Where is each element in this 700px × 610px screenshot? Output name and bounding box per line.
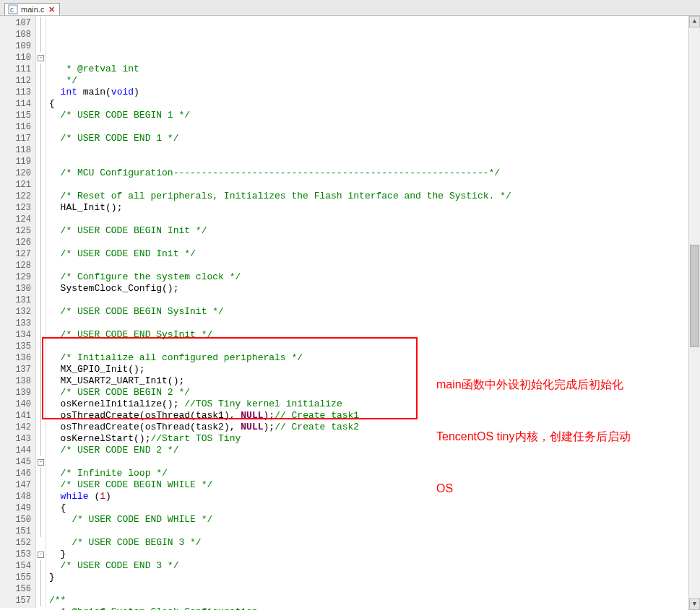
vertical-scrollbar[interactable]: ▲ ▼ bbox=[688, 16, 700, 610]
fold-marker[interactable] bbox=[36, 295, 46, 306]
fold-marker[interactable]: - bbox=[36, 456, 46, 468]
scrollbar-track[interactable] bbox=[689, 27, 700, 598]
fold-marker[interactable] bbox=[36, 248, 46, 260]
code-line[interactable]: /* USER CODE BEGIN Init */ bbox=[49, 225, 697, 237]
fold-marker[interactable] bbox=[36, 64, 46, 75]
code-line[interactable]: * @brief System Clock Configuration bbox=[49, 606, 697, 610]
scrollbar-thumb[interactable] bbox=[690, 245, 699, 347]
line-number: 135 bbox=[0, 341, 31, 352]
fold-marker[interactable] bbox=[36, 410, 46, 422]
fold-marker[interactable] bbox=[36, 191, 46, 202]
fold-marker[interactable] bbox=[36, 271, 46, 283]
code-line[interactable]: { bbox=[49, 98, 697, 110]
c-file-icon: c bbox=[8, 4, 18, 14]
fold-marker[interactable] bbox=[36, 179, 46, 191]
code-line[interactable] bbox=[49, 144, 697, 156]
fold-marker[interactable] bbox=[36, 75, 46, 87]
fold-marker[interactable] bbox=[36, 133, 46, 144]
code-line[interactable]: /* Configure the system clock */ bbox=[49, 271, 697, 283]
code-line[interactable] bbox=[49, 121, 697, 133]
fold-marker[interactable] bbox=[36, 398, 46, 410]
fold-marker[interactable] bbox=[36, 468, 46, 479]
fold-marker[interactable] bbox=[36, 318, 46, 329]
code-line[interactable]: */ bbox=[49, 75, 697, 87]
line-number: 117 bbox=[0, 133, 31, 144]
fold-marker[interactable] bbox=[36, 144, 46, 156]
fold-marker[interactable] bbox=[36, 306, 46, 318]
scroll-up-button[interactable]: ▲ bbox=[689, 16, 700, 27]
code-line[interactable]: SystemClock_Config(); bbox=[49, 283, 697, 295]
code-line[interactable] bbox=[49, 583, 697, 595]
fold-marker[interactable] bbox=[36, 445, 46, 456]
fold-marker[interactable] bbox=[36, 40, 46, 52]
annotation-line: TencentOS tiny内核，创建任务后启动 bbox=[436, 428, 631, 445]
fold-marker[interactable] bbox=[36, 514, 46, 526]
fold-marker[interactable] bbox=[36, 375, 46, 387]
fold-marker[interactable] bbox=[36, 87, 46, 98]
fold-marker[interactable] bbox=[36, 202, 46, 214]
fold-marker[interactable] bbox=[36, 156, 46, 167]
line-number: 114 bbox=[0, 98, 31, 110]
fold-marker[interactable] bbox=[36, 225, 46, 237]
scroll-down-button[interactable]: ▼ bbox=[689, 598, 700, 610]
code-line[interactable]: /* Reset of all peripherals, Initializes… bbox=[49, 191, 697, 202]
code-line[interactable] bbox=[49, 237, 697, 248]
code-line[interactable] bbox=[49, 156, 697, 167]
fold-marker[interactable] bbox=[36, 364, 46, 375]
code-line[interactable]: /* MCU Configuration--------------------… bbox=[49, 167, 697, 179]
fold-marker[interactable] bbox=[36, 387, 46, 398]
code-line[interactable]: } bbox=[49, 572, 697, 583]
code-line[interactable]: /* USER CODE END 1 */ bbox=[49, 133, 697, 144]
fold-marker[interactable] bbox=[36, 595, 46, 606]
fold-marker[interactable] bbox=[36, 526, 46, 537]
line-number: 143 bbox=[0, 433, 31, 445]
fold-marker[interactable] bbox=[36, 283, 46, 295]
fold-marker[interactable] bbox=[36, 260, 46, 271]
code-line[interactable] bbox=[49, 295, 697, 306]
code-line[interactable] bbox=[49, 214, 697, 225]
fold-column[interactable]: --- bbox=[36, 16, 46, 608]
line-number: 156 bbox=[0, 583, 31, 595]
fold-marker[interactable] bbox=[36, 167, 46, 179]
fold-marker[interactable]: - bbox=[36, 549, 46, 560]
fold-marker[interactable] bbox=[36, 479, 46, 491]
fold-marker[interactable] bbox=[36, 433, 46, 445]
fold-marker[interactable] bbox=[36, 17, 46, 29]
line-number: 126 bbox=[0, 237, 31, 248]
code-line[interactable]: } bbox=[49, 549, 697, 560]
fold-marker[interactable] bbox=[36, 572, 46, 583]
file-tab-main-c[interactable]: c main.c ✕ bbox=[4, 3, 60, 15]
fold-marker[interactable] bbox=[36, 422, 46, 433]
fold-marker[interactable] bbox=[36, 583, 46, 595]
code-line[interactable]: /* USER CODE END SysInit */ bbox=[49, 329, 697, 341]
fold-marker[interactable] bbox=[36, 98, 46, 110]
fold-marker[interactable] bbox=[36, 502, 46, 514]
fold-marker[interactable] bbox=[36, 214, 46, 225]
code-line[interactable]: HAL_Init(); bbox=[49, 202, 697, 214]
fold-marker[interactable] bbox=[36, 29, 46, 40]
line-number: 152 bbox=[0, 537, 31, 549]
code-line[interactable]: /* USER CODE BEGIN SysInit */ bbox=[49, 306, 697, 318]
fold-marker[interactable] bbox=[36, 341, 46, 352]
code-line[interactable]: int main(void) bbox=[49, 87, 697, 98]
fold-marker[interactable] bbox=[36, 237, 46, 248]
fold-marker[interactable] bbox=[36, 110, 46, 121]
fold-marker[interactable] bbox=[36, 352, 46, 364]
fold-marker[interactable] bbox=[36, 121, 46, 133]
code-line[interactable]: /* USER CODE BEGIN 1 */ bbox=[49, 110, 697, 121]
close-icon[interactable]: ✕ bbox=[48, 5, 55, 14]
code-line[interactable] bbox=[49, 318, 697, 329]
fold-marker[interactable] bbox=[36, 329, 46, 341]
code-line[interactable] bbox=[49, 179, 697, 191]
fold-marker[interactable] bbox=[36, 537, 46, 549]
code-line[interactable]: /* USER CODE END 3 */ bbox=[49, 560, 697, 572]
fold-marker[interactable] bbox=[36, 560, 46, 572]
code-line[interactable] bbox=[49, 260, 697, 271]
code-line[interactable]: /** bbox=[49, 595, 697, 606]
code-text-area[interactable]: main函数中外设初始化完成后初始化 TencentOS tiny内核，创建任务… bbox=[46, 16, 700, 608]
fold-marker[interactable]: - bbox=[36, 52, 46, 64]
code-line[interactable]: /* USER CODE BEGIN 3 */ bbox=[49, 537, 697, 549]
code-line[interactable]: * @retval int bbox=[49, 64, 697, 75]
code-line[interactable]: /* USER CODE END Init */ bbox=[49, 248, 697, 260]
fold-marker[interactable] bbox=[36, 491, 46, 502]
